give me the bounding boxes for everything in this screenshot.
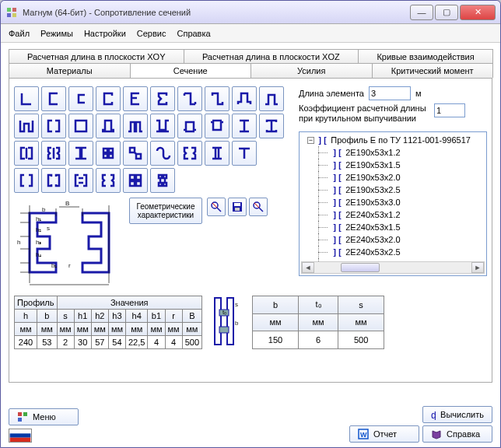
book-icon	[431, 429, 442, 439]
menu-file[interactable]: Файл	[9, 29, 30, 38]
shape-i2-icon[interactable]	[205, 141, 229, 166]
shape-2sigma2-icon[interactable]	[177, 141, 202, 166]
shape-omega3-icon[interactable]	[177, 114, 202, 138]
tree-item[interactable]: 2Е240х53х1.2	[345, 210, 400, 219]
svg-text:h: h	[17, 239, 20, 246]
svg-rect-16	[234, 203, 240, 206]
tab-xoz[interactable]: Расчетная длина в плоскости XOZ	[184, 49, 359, 64]
profile-tree[interactable]: − ][ Профиль Е по ТУ 1121-001-996517 ][2…	[299, 131, 487, 276]
zoom-search-icon[interactable]	[207, 198, 226, 216]
svg-rect-30	[10, 433, 31, 437]
shape-2c-batten-icon[interactable]	[68, 168, 93, 193]
tab-xoy[interactable]: Расчетная длина в плоскости XOY	[9, 49, 184, 64]
shape-cross2-icon[interactable]	[123, 141, 148, 166]
tree-item[interactable]: 2Е240х53х2.5	[345, 247, 400, 257]
titlebar: Магнум (64-бит) - Сопротивление сечений …	[1, 1, 500, 24]
shape-double-omega-icon[interactable]	[150, 114, 175, 138]
tree-scrollbar-h[interactable]: ◄ ►	[301, 261, 485, 274]
menu-help[interactable]: Справка	[177, 29, 210, 38]
shape-angle-icon[interactable]	[14, 86, 39, 111]
help-button[interactable]: Справка	[422, 425, 492, 443]
menubar: Файл Режимы Настройки Сервис Справка	[1, 24, 500, 43]
profile-header: Профиль	[15, 296, 58, 310]
shape-double-hat-icon[interactable]	[123, 114, 148, 138]
shape-sigma-icon[interactable]	[150, 86, 175, 111]
scroll-thumb[interactable]	[341, 263, 380, 272]
tab-section[interactable]: Сечение	[130, 63, 252, 78]
svg-rect-20	[227, 298, 233, 345]
tree-root-label[interactable]: Профиль Е по ТУ 1121-001-996517	[331, 135, 471, 145]
element-length-input[interactable]	[369, 86, 411, 100]
shape-c-icon[interactable]	[68, 86, 93, 111]
shape-2c-gap-icon[interactable]	[14, 168, 39, 193]
zoom-search2-icon[interactable]	[249, 198, 268, 216]
svg-text:ф: ф	[431, 409, 436, 420]
cross-section-diagram: B b h h₁h₂ h₃h₄ b₁ r s	[14, 198, 124, 289]
scroll-right-icon[interactable]: ►	[471, 262, 484, 273]
shape-z2-icon[interactable]	[205, 86, 229, 111]
save-icon[interactable]	[228, 198, 247, 216]
tab-critical[interactable]: Критический момент	[372, 63, 494, 78]
tree-item[interactable]: 2Е190х53х2.5	[345, 185, 400, 194]
svg-text:h₂: h₂	[36, 226, 41, 233]
menu-settings[interactable]: Настройки	[84, 29, 126, 38]
tree-item[interactable]: 2Е190х53х2.0	[345, 173, 400, 182]
tree-item[interactable]: 2Е190х53х1.5	[345, 160, 400, 170]
shape-2sigma-gap-icon[interactable]	[96, 168, 121, 193]
svg-rect-19	[215, 298, 221, 345]
table-row: 150 6 500	[253, 331, 384, 349]
svg-rect-29	[10, 429, 31, 433]
tree-item[interactable]: 2Е190х53х3.0	[345, 198, 400, 207]
shape-t-icon[interactable]	[232, 141, 257, 166]
svg-text:b₁: b₁	[51, 262, 57, 269]
tree-item[interactable]: 2Е240х53х2.0	[345, 235, 400, 244]
shape-omega4-icon[interactable]	[205, 114, 229, 138]
tree-item[interactable]: 2Е240х53х1.5	[345, 222, 400, 232]
shape-4link-icon[interactable]	[150, 168, 175, 193]
shape-e-icon[interactable]	[123, 86, 148, 111]
torsion-coef-label: Коэффициент расчетной длины при крутильн…	[299, 103, 429, 124]
svg-text:h₃: h₃	[36, 239, 41, 246]
flag-russia-icon[interactable]	[9, 429, 32, 443]
svg-text:b: b	[235, 320, 239, 327]
svg-text:B: B	[65, 200, 69, 207]
shape-2c-back-icon[interactable]	[14, 141, 39, 166]
menu-modes[interactable]: Режимы	[40, 29, 73, 38]
tab-materials[interactable]: Материалы	[9, 63, 131, 78]
close-button[interactable]: ✕	[460, 5, 496, 20]
svg-text:t₀: t₀	[222, 309, 226, 316]
profile-table: Профиль Значения h b s h1 h2 h3 h4 b1 r …	[14, 296, 202, 349]
shape-c-open-icon[interactable]	[41, 86, 66, 111]
shape-i-simple-icon[interactable]	[232, 114, 257, 138]
tree-item[interactable]: 2Е190х53х1.2	[345, 148, 400, 157]
shape-box-c-icon[interactable]	[68, 114, 93, 138]
shape-omega-icon[interactable]	[259, 86, 284, 111]
shape-z-icon[interactable]	[177, 86, 202, 111]
shape-box-omega-icon[interactable]	[96, 114, 121, 138]
svg-rect-31	[10, 438, 31, 442]
svg-rect-0	[7, 8, 11, 12]
shape-cross1-icon[interactable]	[96, 141, 121, 166]
shape-hat-icon[interactable]	[232, 86, 257, 111]
compute-button[interactable]: ф Вычислить	[422, 406, 492, 423]
shape-i-lip-icon[interactable]	[259, 114, 284, 138]
shape-omega2-icon[interactable]	[14, 114, 39, 138]
shape-double-c-icon[interactable]	[41, 114, 66, 138]
scroll-left-icon[interactable]: ◄	[302, 262, 314, 273]
shape-2c-gap2-icon[interactable]	[41, 168, 66, 193]
shape-2sigma-icon[interactable]	[41, 141, 66, 166]
torsion-coef-input[interactable]	[434, 103, 465, 117]
minimize-button[interactable]: —	[410, 5, 433, 20]
window-title: Магнум (64-бит) - Сопротивление сечений	[23, 8, 408, 17]
shape-c-lip-icon[interactable]	[96, 86, 121, 111]
maximize-button[interactable]: ▢	[435, 5, 458, 20]
tab-curves[interactable]: Кривые взаимодействия	[358, 49, 493, 64]
report-button[interactable]: W Отчет	[349, 425, 419, 443]
geometric-properties-button[interactable]: Геометрические характеристики	[129, 198, 202, 224]
shape-4box-icon[interactable]	[123, 168, 148, 193]
menu-service[interactable]: Сервис	[137, 29, 166, 38]
tab-forces[interactable]: Усилия	[250, 63, 373, 78]
shape-2c-face-icon[interactable]	[68, 141, 93, 166]
menu-button[interactable]: Меню	[9, 408, 79, 425]
shape-link-icon[interactable]	[150, 141, 175, 166]
